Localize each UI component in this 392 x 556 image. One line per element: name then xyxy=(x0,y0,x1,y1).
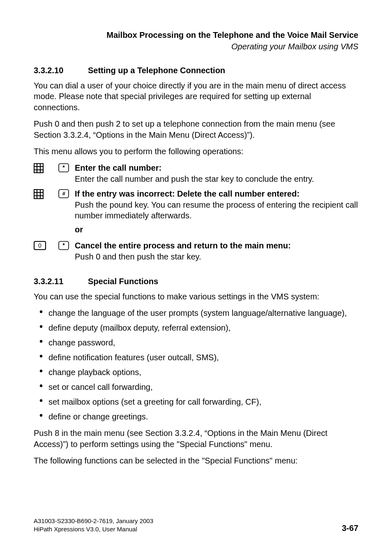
step-bold: If the entry was incorrect: Delete the c… xyxy=(75,189,300,198)
step-text: If the entry was incorrect: Delete the c… xyxy=(75,188,358,221)
step-row: * Enter the call number: Enter the call … xyxy=(34,162,358,184)
list-item: define notification features (user outca… xyxy=(34,352,358,363)
bullet-icon xyxy=(34,396,48,402)
step-row: # If the entry was incorrect: Delete the… xyxy=(34,188,358,221)
paragraph: The following functions can be selected … xyxy=(34,455,358,466)
step-bold: Cancel the entire process and return to … xyxy=(75,241,291,250)
section-number: 3.3.2.11 xyxy=(34,277,88,286)
paragraph: You can use the special functions to mak… xyxy=(34,291,358,302)
section-number: 3.3.2.10 xyxy=(34,66,88,75)
svg-point-24 xyxy=(40,399,42,402)
step-body: Push the pound key. You can resume the p… xyxy=(75,200,358,220)
bullet-icon xyxy=(34,308,48,313)
key-star-icon: * xyxy=(58,240,75,250)
key-zero-icon: 0 xyxy=(34,240,58,250)
list-item: set or cancel call forwarding, xyxy=(34,382,358,392)
footer-doc-title: HiPath Xpressions V3.0, User Manual xyxy=(34,525,153,533)
paragraph: You can dial a user of your choice direc… xyxy=(34,80,358,113)
or-label: or xyxy=(75,225,358,234)
list-item: change playback options, xyxy=(34,367,358,378)
svg-point-20 xyxy=(40,340,42,343)
list-item-text: set or cancel call forwarding, xyxy=(48,382,358,392)
header-title: Mailbox Processing on the Telephone and … xyxy=(34,30,358,40)
svg-point-22 xyxy=(40,370,42,372)
step-body: Push 0 and then push the star key. xyxy=(75,252,201,261)
step-row: 0 * Cancel the entire process and return… xyxy=(34,240,358,262)
list-item-text: change the language of the user prompts … xyxy=(48,308,358,318)
keypad-grid-icon xyxy=(34,162,58,173)
footer-left: A31003-S2330-B690-2-7619, January 2003 H… xyxy=(34,517,153,533)
key-star-icon: * xyxy=(58,162,75,172)
step-text: Cancel the entire process and return to … xyxy=(75,240,358,262)
list-item-text: change password, xyxy=(48,337,358,348)
step-bold: Enter the call number: xyxy=(75,163,161,172)
svg-point-25 xyxy=(40,414,42,417)
section-heading-2: 3.3.2.11Special Functions xyxy=(34,277,358,286)
running-header: Mailbox Processing on the Telephone and … xyxy=(34,30,358,52)
bullet-icon xyxy=(34,337,48,343)
paragraph: Push 0 and then push 2 to set up a telep… xyxy=(34,118,358,140)
list-item: change password, xyxy=(34,337,358,348)
svg-point-21 xyxy=(40,355,42,357)
list-item: define or change greetings. xyxy=(34,411,358,422)
section-title: Special Functions xyxy=(88,277,158,286)
svg-text:*: * xyxy=(62,164,65,171)
key-pound-icon: # xyxy=(58,188,75,198)
page-number: 3-67 xyxy=(342,524,358,533)
svg-point-18 xyxy=(40,310,42,313)
footer-doc-id: A31003-S2330-B690-2-7619, January 2003 xyxy=(34,517,153,525)
bullet-icon xyxy=(34,352,48,358)
bullet-icon xyxy=(34,411,48,417)
svg-rect-7 xyxy=(34,190,43,199)
page-footer: A31003-S2330-B690-2-7619, January 2003 H… xyxy=(34,517,358,533)
bullet-icon xyxy=(34,367,48,373)
list-item: define deputy (mailbox deputy, referral … xyxy=(34,322,358,333)
list-item: change the language of the user prompts … xyxy=(34,308,358,318)
bullet-icon xyxy=(34,382,48,387)
svg-text:*: * xyxy=(62,242,65,248)
list-item-text: define deputy (mailbox deputy, referral … xyxy=(48,322,358,333)
page: Mailbox Processing on the Telephone and … xyxy=(0,0,392,556)
step-list: * Enter the call number: Enter the call … xyxy=(34,162,358,262)
svg-rect-0 xyxy=(34,164,43,173)
svg-point-19 xyxy=(40,325,42,328)
list-item-text: change playback options, xyxy=(48,367,358,378)
svg-text:0: 0 xyxy=(38,242,42,249)
section-title: Setting up a Telephone Connection xyxy=(88,66,225,75)
keypad-grid-icon xyxy=(34,188,58,199)
svg-text:#: # xyxy=(62,190,65,197)
step-body: Enter the call number and push the star … xyxy=(75,174,314,183)
header-subtitle: Operating your Mailbox using VMS xyxy=(34,41,358,52)
list-item-text: define or change greetings. xyxy=(48,411,358,422)
list-item-text: set mailbox options (set a greeting for … xyxy=(48,396,358,407)
paragraph: Push 8 in the main menu (see Section 3.3… xyxy=(34,428,358,449)
bullet-icon xyxy=(34,322,48,328)
section-heading-1: 3.3.2.10Setting up a Telephone Connectio… xyxy=(34,66,358,75)
bullet-list: change the language of the user prompts … xyxy=(34,308,358,422)
paragraph: This menu allows you to perform the foll… xyxy=(34,146,358,157)
step-text: Enter the call number: Enter the call nu… xyxy=(75,162,358,184)
list-item: set mailbox options (set a greeting for … xyxy=(34,396,358,407)
svg-point-23 xyxy=(40,385,42,387)
list-item-text: define notification features (user outca… xyxy=(48,352,358,363)
